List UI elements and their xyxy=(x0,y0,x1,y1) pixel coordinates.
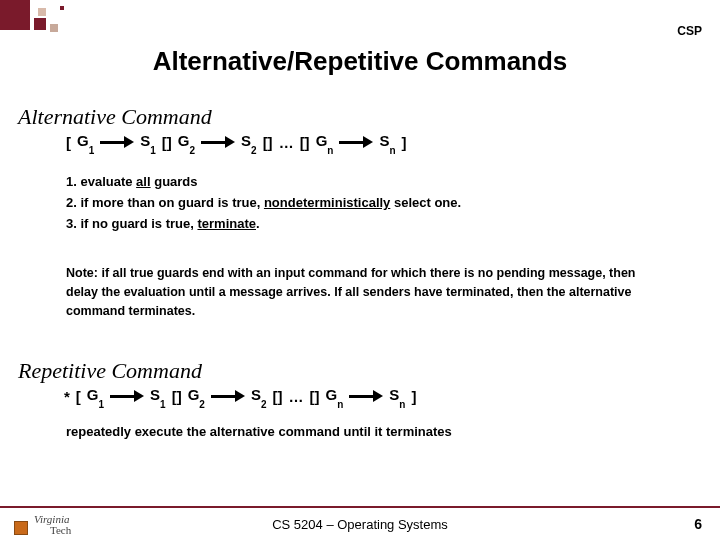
header-decor xyxy=(0,0,720,30)
alt-heading: Alternative Command xyxy=(18,104,212,130)
arrow-icon xyxy=(110,390,144,402)
page-number: 6 xyxy=(694,516,702,532)
arrow-icon xyxy=(349,390,383,402)
header-label: CSP xyxy=(677,24,702,38)
rep-syntax: * [ G1 S1 [] G2 S2 [] … [] Gn Sn ] xyxy=(64,386,416,406)
arrow-icon xyxy=(201,136,235,148)
rule-3: 3. if no guard is true, terminate. xyxy=(66,214,461,235)
alt-syntax: [ G1 S1 [] G2 S2 [] … [] Gn Sn ] xyxy=(66,132,407,152)
arrow-icon xyxy=(100,136,134,148)
rule-1: 1. evaluate all guards xyxy=(66,172,461,193)
page-title: Alternative/Repetitive Commands xyxy=(0,46,720,77)
alt-rules: 1. evaluate all guards 2. if more than o… xyxy=(66,172,461,234)
arrow-icon xyxy=(211,390,245,402)
footer-course: CS 5204 – Operating Systems xyxy=(0,517,720,532)
arrow-icon xyxy=(339,136,373,148)
rule-2: 2. if more than on guard is true, nondet… xyxy=(66,193,461,214)
rep-desc: repeatedly execute the alternative comma… xyxy=(66,424,452,439)
alt-note: Note: if all true guards end with an inp… xyxy=(66,264,666,320)
footer: Virginia Tech CS 5204 – Operating System… xyxy=(0,506,720,540)
rep-heading: Repetitive Command xyxy=(18,358,202,384)
